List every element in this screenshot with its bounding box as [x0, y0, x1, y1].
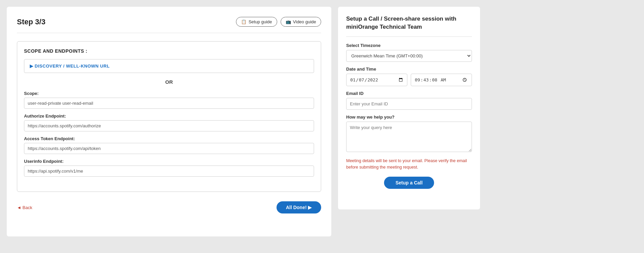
side-panel-title: Setup a Call / Screen-share session with… [346, 15, 472, 31]
email-field-group: Email ID [346, 91, 472, 110]
side-panel-divider [346, 36, 472, 37]
header-divider [17, 33, 321, 33]
scope-box: SCOPE AND ENDPOINTS : ▶ DISCOVERY / WELL… [17, 41, 321, 192]
authorize-label: Authorize Endpoint: [24, 113, 314, 119]
setup-guide-label: Setup guide [248, 19, 272, 24]
timezone-select[interactable]: Greenwich Mean Time (GMT+00:00) Eastern … [346, 50, 472, 62]
video-guide-icon: 📺 [286, 19, 291, 24]
setup-guide-icon: 📋 [241, 19, 246, 24]
authorize-input[interactable] [24, 120, 314, 131]
datetime-label: Date and Time [346, 67, 472, 72]
scope-input[interactable] [24, 98, 314, 109]
email-notice: Meeting details will be sent to your ema… [346, 158, 472, 171]
time-input[interactable] [411, 74, 472, 86]
side-panel: Setup a Call / Screen-share session with… [338, 7, 480, 209]
scope-label: Scope: [24, 91, 314, 96]
scope-field-group: Scope: [24, 91, 314, 109]
access-token-input[interactable] [24, 143, 314, 154]
scope-title: SCOPE AND ENDPOINTS : [24, 48, 314, 54]
userinfo-label: Userinfo Endpoint: [24, 159, 314, 164]
setup-guide-button[interactable]: 📋 Setup guide [236, 17, 277, 27]
main-card: Step 3/3 📋 Setup guide 📺 Video guide SCO… [7, 7, 331, 236]
userinfo-field-group: Userinfo Endpoint: [24, 159, 314, 177]
access-token-label: Access Token Endpoint: [24, 136, 314, 141]
setup-call-button[interactable]: Setup a Call [384, 177, 434, 189]
card-footer: ◄ Back All Done! ▶ [17, 201, 321, 213]
query-field-group: How may we help you? [346, 115, 472, 153]
step-title: Step 3/3 [17, 18, 45, 26]
timezone-field-group: Select Timezone Greenwich Mean Time (GMT… [346, 43, 472, 62]
datetime-row [346, 74, 472, 86]
discovery-row: ▶ DISCOVERY / WELL-KNOWN URL [24, 59, 314, 73]
video-guide-label: Video guide [293, 19, 316, 24]
access-token-field-group: Access Token Endpoint: [24, 136, 314, 154]
step-header: Step 3/3 📋 Setup guide 📺 Video guide [17, 17, 321, 27]
authorize-field-group: Authorize Endpoint: [24, 113, 314, 131]
timezone-label: Select Timezone [346, 43, 472, 48]
or-divider: OR [24, 79, 314, 85]
email-label: Email ID [346, 91, 472, 96]
query-label: How may we help you? [346, 115, 472, 120]
all-done-button[interactable]: All Done! ▶ [277, 201, 321, 213]
video-guide-button[interactable]: 📺 Video guide [281, 17, 321, 27]
discovery-link[interactable]: ▶ DISCOVERY / WELL-KNOWN URL [30, 64, 110, 69]
back-link[interactable]: ◄ Back [17, 205, 32, 210]
userinfo-input[interactable] [24, 166, 314, 177]
guide-buttons: 📋 Setup guide 📺 Video guide [236, 17, 321, 27]
date-input[interactable] [346, 74, 407, 86]
query-textarea[interactable] [346, 122, 472, 152]
email-input[interactable] [346, 98, 472, 110]
